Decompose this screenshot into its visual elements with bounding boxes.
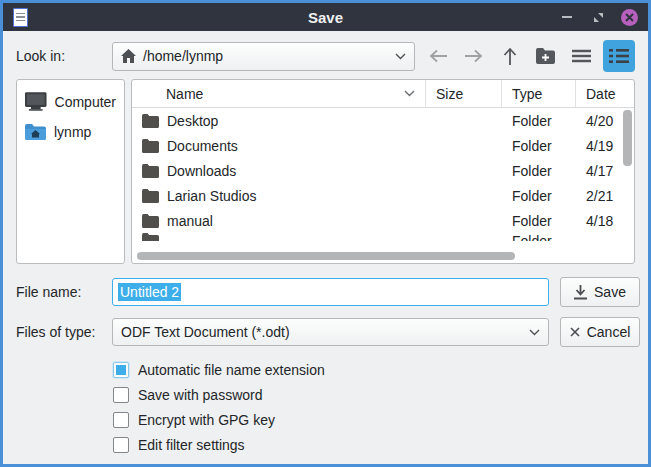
options-list: Automatic file name extension Save with …	[113, 357, 635, 457]
horizontal-scrollbar-thumb[interactable]	[137, 252, 515, 260]
folder-icon	[142, 114, 159, 128]
file-type: Folder	[502, 138, 576, 154]
file-name-label: File name:	[16, 284, 112, 300]
sidebar-item-home[interactable]: lynmp	[17, 117, 124, 146]
save-dialog: Save Look in: /home/lynmp	[0, 0, 651, 467]
restore-button[interactable]	[589, 8, 607, 26]
cancel-x-icon	[570, 327, 580, 337]
cancel-button[interactable]: Cancel	[560, 317, 640, 347]
forward-button[interactable]	[460, 42, 488, 70]
file-name: Downloads	[167, 163, 236, 179]
vertical-scrollbar[interactable]	[623, 110, 632, 240]
files-of-type-label: Files of type:	[16, 324, 112, 340]
new-folder-button[interactable]	[531, 42, 559, 70]
column-header-size[interactable]: Size	[426, 80, 502, 107]
option-label: Edit filter settings	[138, 437, 245, 453]
checkbox-icon[interactable]	[113, 362, 129, 378]
folder-icon	[142, 164, 159, 178]
file-type: Folder	[502, 113, 576, 129]
short-view-icon	[572, 49, 591, 63]
chevron-down-icon	[395, 53, 406, 60]
file-name: Documents	[167, 138, 238, 154]
option-checkbox[interactable]: Encrypt with GPG key	[113, 407, 635, 432]
file-rows: Desktop Folder 4/20 Documents Folder 4/1…	[132, 108, 634, 241]
file-name-value: Untitled 2	[118, 283, 181, 301]
folder-icon	[142, 139, 159, 153]
location-combobox[interactable]: /home/lynmp	[112, 42, 415, 71]
table-row-partial[interactable]: Folder	[132, 233, 634, 241]
save-download-icon	[574, 285, 587, 300]
sort-ascending-icon	[404, 90, 415, 97]
short-view-button[interactable]	[567, 42, 595, 70]
look-in-label: Look in:	[16, 48, 112, 64]
new-folder-icon	[536, 48, 555, 64]
places-sidebar: Computer lynmp	[16, 79, 125, 264]
column-header-date[interactable]: Date	[576, 80, 634, 107]
close-icon	[621, 9, 638, 26]
location-value: /home/lynmp	[143, 48, 223, 64]
checkbox-icon[interactable]	[113, 437, 129, 453]
folder-icon	[142, 233, 159, 241]
sidebar-item-computer[interactable]: Computer	[17, 86, 124, 117]
option-checkbox[interactable]: Edit filter settings	[113, 432, 635, 457]
horizontal-scrollbar[interactable]	[137, 252, 616, 260]
column-header-type[interactable]: Type	[502, 80, 576, 107]
detail-view-button[interactable]	[603, 40, 635, 72]
file-type: Folder	[502, 188, 576, 204]
back-button[interactable]	[424, 42, 452, 70]
column-header-name[interactable]: Name	[132, 80, 426, 107]
file-list-panel: Name Size Type Date Desktop Folder 4/20	[131, 79, 635, 264]
table-row[interactable]: Larian Studios Folder 2/21	[132, 183, 634, 208]
chevron-down-icon	[529, 329, 540, 336]
up-arrow-icon	[503, 47, 517, 66]
home-icon	[121, 49, 136, 63]
up-button[interactable]	[496, 42, 524, 70]
titlebar[interactable]: Save	[3, 3, 648, 31]
table-header: Name Size Type Date	[132, 80, 634, 108]
file-type-select[interactable]: ODF Text Document (*.odt)	[112, 318, 549, 346]
window-title: Save	[3, 9, 648, 26]
file-type: Folder	[502, 163, 576, 179]
back-arrow-icon	[429, 49, 448, 63]
table-row[interactable]: Downloads Folder 4/17	[132, 158, 634, 183]
file-name: manual	[167, 213, 213, 229]
file-name: Larian Studios	[167, 188, 257, 204]
restore-icon	[592, 11, 605, 24]
option-label: Save with password	[138, 387, 263, 403]
table-row[interactable]: manual Folder 4/18	[132, 208, 634, 233]
file-type: Folder	[502, 213, 576, 229]
option-label: Encrypt with GPG key	[138, 412, 275, 428]
vertical-scrollbar-thumb[interactable]	[623, 110, 632, 166]
file-name: Desktop	[167, 113, 218, 129]
option-checkbox[interactable]: Save with password	[113, 382, 635, 407]
minimize-button[interactable]	[558, 8, 576, 26]
table-row[interactable]: Documents Folder 4/19	[132, 133, 634, 158]
folder-icon	[142, 214, 159, 228]
file-type-value: ODF Text Document (*.odt)	[121, 324, 290, 340]
file-name-input[interactable]: Untitled 2	[112, 278, 549, 306]
home-folder-icon	[25, 123, 46, 140]
option-label: Automatic file name extension	[138, 362, 325, 378]
computer-icon	[25, 92, 47, 111]
checkbox-icon[interactable]	[113, 387, 129, 403]
sidebar-item-label: lynmp	[54, 124, 91, 140]
sidebar-item-label: Computer	[55, 94, 116, 110]
option-checkbox[interactable]: Automatic file name extension	[113, 357, 635, 382]
detail-view-icon	[609, 48, 629, 64]
close-button[interactable]	[620, 8, 638, 26]
minimize-icon	[562, 16, 572, 18]
table-row[interactable]: Desktop Folder 4/20	[132, 108, 634, 133]
forward-arrow-icon	[464, 49, 483, 63]
document-app-icon	[13, 8, 28, 27]
folder-icon	[142, 189, 159, 203]
checkbox-icon[interactable]	[113, 412, 129, 428]
save-button[interactable]: Save	[560, 277, 640, 307]
